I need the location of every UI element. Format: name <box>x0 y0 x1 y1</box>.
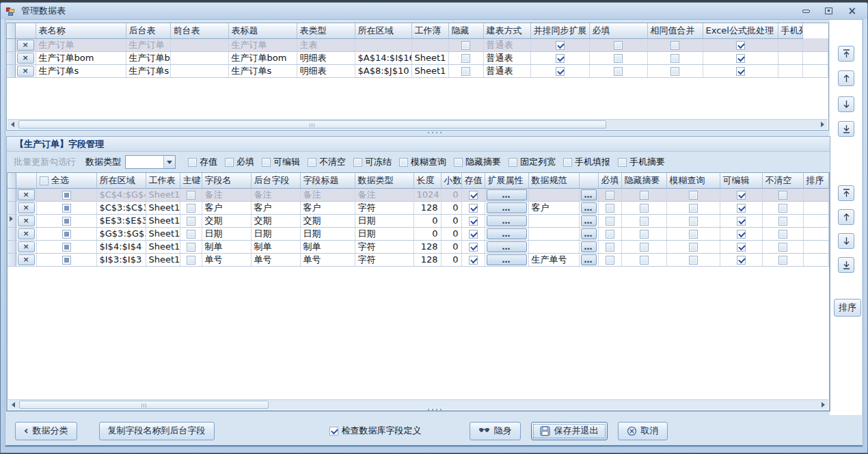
grid1-move-top-button[interactable] <box>838 46 854 62</box>
select-all-checkbox[interactable] <box>40 176 49 185</box>
cell-decimals[interactable]: 0 <box>441 253 461 266</box>
fuzzy-search-checkbox[interactable] <box>689 230 698 239</box>
cell-table-name[interactable]: 生产订单bom <box>36 51 126 64</box>
opt-mobilefill-checkbox[interactable] <box>563 158 572 167</box>
cell-data-type[interactable]: 字符 <box>355 253 413 266</box>
grid1-move-up-button[interactable] <box>838 70 854 86</box>
grid2-move-bottom-button[interactable] <box>838 257 854 273</box>
column-header[interactable]: 工作表 <box>146 173 180 188</box>
spec-picker-button[interactable]: … <box>581 254 597 265</box>
opt-noclear-checkbox[interactable] <box>308 158 316 167</box>
row-select-checkbox[interactable] <box>62 217 71 226</box>
cell-worksheet[interactable]: Sheet1 <box>146 253 180 266</box>
row-select-checkbox[interactable] <box>62 230 71 239</box>
cell-worksheet[interactable]: Sheet1 <box>146 201 180 214</box>
cell-table-title[interactable]: 生产订单bom <box>228 51 297 64</box>
cell-region[interactable]: $G$3:$G$3 <box>96 227 146 240</box>
row-header[interactable] <box>7 51 15 64</box>
cell-table-name[interactable]: 生产订单s <box>36 64 126 77</box>
row-header[interactable] <box>7 38 15 51</box>
column-header[interactable]: 表名称 <box>36 23 126 38</box>
cell-backend-field[interactable]: 制单 <box>251 240 300 253</box>
cell-backend-field[interactable]: 日期 <box>251 227 300 240</box>
editable-checkbox[interactable] <box>737 204 746 213</box>
cell-field-name[interactable]: 交期 <box>202 214 251 227</box>
no-clear-checkbox[interactable] <box>778 230 787 239</box>
extended-props-button[interactable]: … <box>487 189 527 200</box>
horizontal-scrollbar[interactable] <box>8 119 828 129</box>
excel-batch-checkbox[interactable] <box>736 54 745 63</box>
cell-decimals[interactable]: 0 <box>441 227 461 240</box>
cell-region[interactable]: $A$14:$I$16 <box>355 51 411 64</box>
cell-data-type[interactable]: 字符 <box>355 240 413 253</box>
opt-required-checkbox[interactable] <box>225 158 234 167</box>
cell-decimals[interactable]: 0 <box>441 240 461 253</box>
sync-expand-checkbox[interactable] <box>556 67 565 76</box>
column-header[interactable]: 不清空 <box>762 173 803 188</box>
cell-length[interactable]: 128 <box>413 253 441 266</box>
column-header[interactable]: 工作薄 <box>411 23 448 38</box>
extended-props-button[interactable]: … <box>487 202 527 213</box>
cell-sort[interactable] <box>803 240 829 253</box>
cell-field-title[interactable]: 日期 <box>300 227 355 240</box>
delete-row-button[interactable]: × <box>18 228 35 239</box>
row-header[interactable] <box>8 227 16 240</box>
editable-checkbox[interactable] <box>737 191 746 200</box>
cell-field-name[interactable]: 制单 <box>202 240 251 253</box>
column-header[interactable]: 并排同步扩展 <box>530 23 589 38</box>
column-header[interactable]: 相同值合并 <box>647 23 703 38</box>
cell-workbook[interactable]: Sheet1 <box>411 64 448 77</box>
column-header[interactable]: 数据规范 <box>528 173 579 188</box>
primary-key-checkbox[interactable] <box>187 256 195 265</box>
cell-front-table[interactable] <box>170 64 228 77</box>
spec-picker-button[interactable]: … <box>581 228 597 239</box>
cell-mobile-list-style[interactable] <box>778 38 803 51</box>
cell-field-title[interactable]: 备注 <box>300 188 355 201</box>
row-header[interactable] <box>8 240 16 253</box>
stealth-button[interactable]: 隐身 <box>470 422 521 440</box>
column-header[interactable]: 排序 <box>803 173 829 188</box>
hide-summary-checkbox[interactable] <box>640 191 649 200</box>
grid2-move-top-button[interactable] <box>838 185 854 201</box>
cell-data-type[interactable]: 日期 <box>355 227 413 240</box>
opt-fixedwidth-checkbox[interactable] <box>508 158 517 167</box>
hide-summary-checkbox[interactable] <box>640 256 649 265</box>
minimize-icon[interactable] <box>802 10 810 13</box>
cell-field-name[interactable]: 备注 <box>202 188 251 201</box>
row-select-checkbox[interactable] <box>62 204 71 213</box>
fuzzy-search-checkbox[interactable] <box>689 191 698 200</box>
required-checkbox[interactable] <box>606 217 614 226</box>
excel-batch-checkbox[interactable] <box>736 41 745 50</box>
cell-length[interactable]: 0 <box>413 227 441 240</box>
cell-data-spec[interactable] <box>528 214 579 227</box>
cell-field-title[interactable]: 客户 <box>300 201 355 214</box>
merge-same-value-checkbox[interactable] <box>670 67 679 76</box>
cell-data-type[interactable]: 字符 <box>355 201 413 214</box>
column-header[interactable]: 存值 <box>461 173 485 188</box>
scroll-thumb[interactable] <box>19 401 269 409</box>
row-select-checkbox[interactable] <box>62 256 71 265</box>
hidden-checkbox[interactable] <box>461 41 470 50</box>
cell-table-type[interactable]: 明细表 <box>297 51 355 64</box>
primary-key-checkbox[interactable] <box>187 191 195 200</box>
cell-region[interactable]: $I$3:$I$3 <box>96 253 146 266</box>
cell-length[interactable]: 128 <box>413 201 441 214</box>
extended-props-button[interactable]: … <box>487 228 527 239</box>
opt-hidesummary-checkbox[interactable] <box>454 158 463 167</box>
delete-row-button[interactable]: × <box>17 40 34 51</box>
cell-region[interactable]: $C$4:$G$4 <box>96 188 146 201</box>
column-header[interactable]: 建表方式 <box>483 23 530 38</box>
column-header[interactable]: 主键 <box>180 173 202 188</box>
spec-picker-button[interactable]: … <box>581 215 597 226</box>
cell-worksheet[interactable]: Sheet1 <box>146 214 180 227</box>
grid1-move-bottom-button[interactable] <box>838 121 854 137</box>
cell-data-spec[interactable] <box>528 188 579 201</box>
cell-data-type[interactable]: 日期 <box>355 214 413 227</box>
cell-create-method[interactable]: 普通表 <box>483 64 530 77</box>
store-value-checkbox[interactable] <box>469 256 478 265</box>
cell-data-type[interactable]: 备注 <box>355 188 413 201</box>
extended-props-button[interactable]: … <box>487 241 527 252</box>
hide-summary-checkbox[interactable] <box>640 230 649 239</box>
column-header[interactable]: 小数 <box>441 173 461 188</box>
scroll-right-icon[interactable] <box>818 400 828 410</box>
